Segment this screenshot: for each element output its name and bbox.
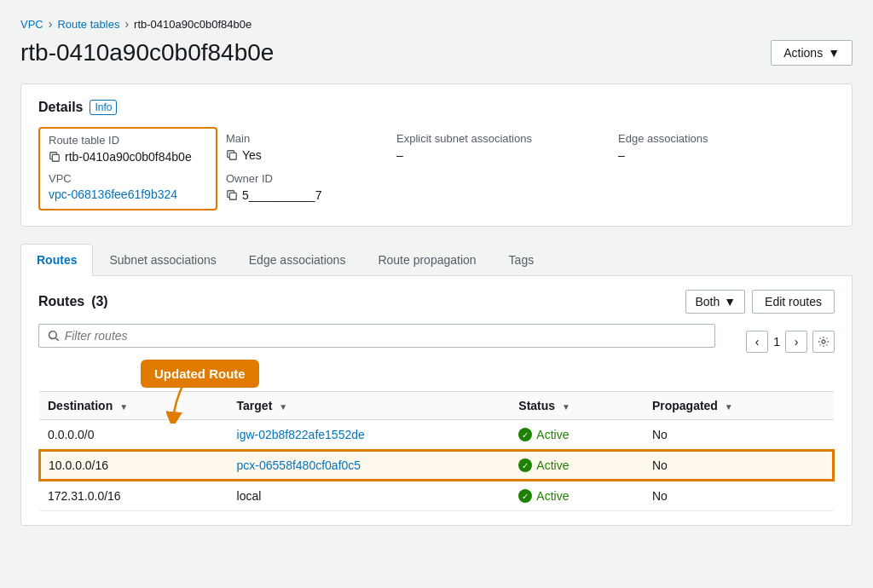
target-cell[interactable]: pcx-06558f480cf0af0c5 [228,450,511,481]
callout-text: Updated Route [154,366,246,381]
table-row: 172.31.0.0/16localActiveNo [39,481,834,511]
actions-button[interactable]: Actions ▼ [771,40,853,66]
prev-page-button[interactable]: ‹ [746,331,768,353]
sort-target-icon[interactable]: ▼ [279,402,287,412]
routes-table: Destination ▼ Target ▼ Status ▼ Propagat… [38,391,835,511]
svg-rect-0 [52,154,59,161]
route-table-id-value: rtb-0410a90c0b0f84b0e [49,150,207,164]
edge-assoc-cell: Edge associations – [618,127,835,210]
target-cell: local [228,481,511,511]
svg-rect-2 [229,193,236,199]
destination-cell: 172.31.0.0/16 [39,481,228,511]
next-page-button[interactable]: › [785,331,807,353]
routes-title-text: Routes [38,294,84,308]
breadcrumb-vpc[interactable]: VPC [20,18,43,31]
svg-point-5 [822,340,825,343]
breadcrumb-current: rtb-0410a90c0b0f84b0e [134,18,251,31]
settings-button[interactable] [812,331,835,353]
copy-icon-owner[interactable] [226,189,238,201]
route-table-id-text: rtb-0410a90c0b0f84b0e [65,150,192,164]
status-cell: Active [510,481,644,511]
copy-icon-main[interactable] [226,149,238,161]
pagination: ‹ 1 › [746,331,835,353]
details-title-text: Details [38,100,83,115]
details-title: Details Info [38,100,835,115]
sort-propagated-icon[interactable]: ▼ [725,402,733,412]
search-icon [48,330,60,342]
tab-tags[interactable]: Tags [493,244,551,276]
filter-row: ‹ 1 › [38,324,835,360]
owner-id-value: 5__________7 [226,188,388,202]
edge-assoc-value: – [618,148,826,162]
table-row: 0.0.0.0/0igw-02b8f822afe1552deActiveNo [39,420,834,451]
routes-controls: Both ▼ Edit routes [685,290,835,314]
route-table-id-cell: Route table ID rtb-0410a90c0b0f84b0e VPC… [38,127,217,210]
svg-rect-1 [229,153,236,159]
page-header: rtb-0410a90c0b0f84b0e Actions ▼ [20,39,853,66]
routes-count: (3) [91,294,108,308]
sort-destination-icon[interactable]: ▼ [119,402,128,412]
main-label: Main [226,132,388,145]
status-active-icon [518,489,532,503]
propagated-cell: No [644,420,834,451]
tab-edge-associations[interactable]: Edge associations [233,244,362,276]
propagated-cell: No [644,481,834,511]
copy-icon[interactable] [49,151,61,163]
table-header-row: Destination ▼ Target ▼ Status ▼ Propagat… [39,392,834,420]
table-row: 10.0.0.0/16pcx-06558f480cf0af0c5ActiveNo [39,450,834,481]
vpc-value[interactable]: vpc-068136fee61f9b324 [49,187,207,201]
tabs-container: Routes Subnet associations Edge associat… [20,244,853,276]
svg-point-3 [49,331,56,339]
propagated-cell: No [644,450,834,481]
routes-header: Routes (3) Both ▼ Edit routes [38,290,835,314]
edge-assoc-label: Edge associations [618,132,826,145]
owner-id-text: 5__________7 [242,188,321,202]
info-badge[interactable]: Info [90,100,117,115]
actions-label: Actions [783,46,823,60]
tab-subnet-associations[interactable]: Subnet associations [93,244,232,276]
col-target: Target ▼ [228,392,511,420]
routes-section: Routes (3) Both ▼ Edit routes ‹ 1 › [20,276,853,526]
tab-route-propagation[interactable]: Route propagation [361,244,492,276]
filter-bar[interactable] [38,324,715,348]
vpc-cell: VPC vpc-068136fee61f9b324 [49,172,207,201]
status-cell: Active [510,420,644,451]
explicit-subnet-cell: Explicit subnet associations – [396,127,618,210]
destination-cell: 10.0.0.0/16 [39,450,228,481]
svg-line-4 [55,337,58,340]
explicit-subnet-value: – [396,148,610,162]
explicit-subnet-label: Explicit subnet associations [396,132,610,145]
main-value-text: Yes [242,148,262,162]
breadcrumb-sep-1: › [49,17,53,31]
vpc-label: VPC [49,172,207,185]
callout-wrapper: Updated Route [141,360,259,388]
breadcrumb-sep-2: › [124,17,129,31]
main-cell: Main Yes Owner ID 5__________7 [226,127,396,210]
col-status: Status ▼ [510,392,644,420]
gear-icon [818,336,830,348]
status-active-icon [518,458,532,472]
both-chevron-icon: ▼ [724,295,736,308]
status-text: Active [536,458,569,472]
breadcrumb-route-tables[interactable]: Route tables [57,18,119,31]
sort-status-icon[interactable]: ▼ [562,402,570,412]
page-number: 1 [773,335,780,349]
both-label: Both [695,295,720,308]
details-card: Details Info Route table ID rtb-0410a90c… [20,84,853,227]
main-value: Yes [226,148,388,162]
edit-routes-button[interactable]: Edit routes [752,290,835,314]
filter-input[interactable] [65,329,706,343]
owner-id-label: Owner ID [226,172,388,185]
details-grid: Route table ID rtb-0410a90c0b0f84b0e VPC… [38,127,835,210]
status-cell: Active [510,450,644,481]
col-propagated: Propagated ▼ [644,392,834,420]
destination-cell: 0.0.0.0/0 [39,420,228,451]
both-button[interactable]: Both ▼ [685,290,745,314]
route-table-id-label: Route table ID [49,134,207,147]
routes-title: Routes (3) [38,294,108,309]
target-cell[interactable]: igw-02b8f822afe1552de [228,420,511,451]
status-text: Active [536,489,569,503]
table-wrapper: Updated Route Destination ▼ [38,360,835,511]
tab-routes[interactable]: Routes [20,244,93,276]
callout-arrow [166,384,209,424]
